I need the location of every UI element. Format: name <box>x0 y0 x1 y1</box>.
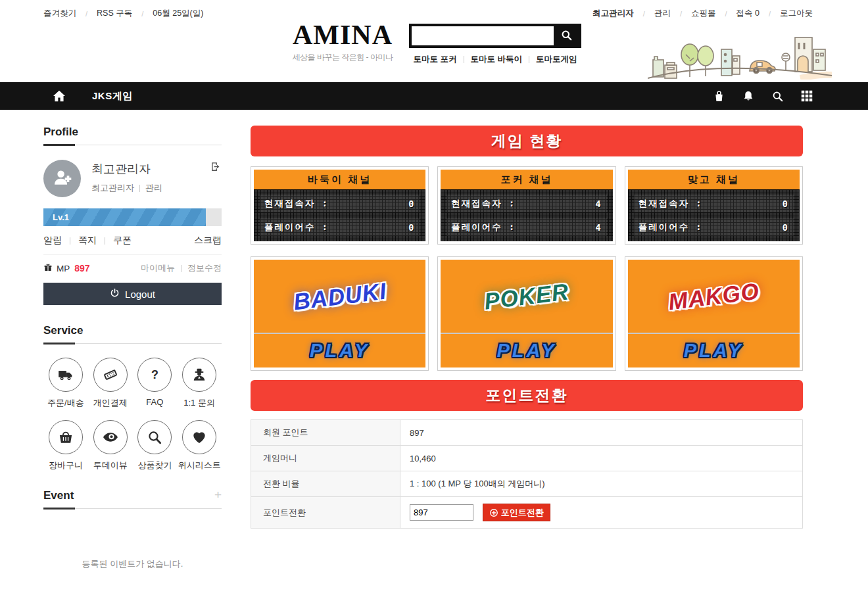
channel-status-row: 바둑이 채널 현재접속자 : 0 플레이어수 : 0 포커 채널 <box>251 166 803 245</box>
divider <box>464 56 464 63</box>
play-button[interactable]: PLAY <box>496 340 556 362</box>
favorites-link[interactable]: 즐겨찾기 <box>43 8 76 19</box>
mp-points-row: MP 897 마이메뉴 정보수정 <box>43 255 222 283</box>
service-item-product-search[interactable]: 상품찾기 <box>133 420 178 471</box>
question-icon: ? <box>137 358 172 392</box>
avatar[interactable] <box>43 160 81 197</box>
scrap-link[interactable]: 스크랩 <box>194 235 222 247</box>
game-play-area: PLAY <box>628 334 800 367</box>
play-button[interactable]: PLAY <box>684 340 744 362</box>
logout-button-label: Logout <box>125 289 155 300</box>
game-logo-area[interactable]: POKER <box>441 260 612 334</box>
service-item-today-view[interactable]: 투데이뷰 <box>88 420 133 471</box>
search-button[interactable] <box>554 26 579 45</box>
rss-link[interactable]: RSS 구독 <box>97 8 132 19</box>
play-button[interactable]: PLAY <box>310 340 370 362</box>
point-exchange-banner: 포인트전환 <box>251 380 803 411</box>
makgo-logo: MAKGO <box>667 277 761 315</box>
shop-link[interactable]: 쇼핑몰 <box>691 8 716 19</box>
site-logo[interactable]: AMINA <box>286 20 399 49</box>
my-menu-link[interactable]: 마이메뉴 <box>141 262 175 274</box>
service-grid: 주문/배송 개인결제 ? FAQ <box>43 358 222 471</box>
point-exchange-button[interactable]: 포인트전환 <box>483 504 550 521</box>
service-item-label: 개인결제 <box>93 397 128 409</box>
admin-link[interactable]: 관리 <box>654 8 671 19</box>
tomato-game-link[interactable]: 토마토게임 <box>536 54 577 65</box>
service-item-faq[interactable]: ? FAQ <box>133 358 178 409</box>
game-card-baduki: BADUKI PLAY <box>251 256 429 371</box>
game-logo-area[interactable]: MAKGO <box>628 260 800 334</box>
username-link[interactable]: 최고관리자 <box>592 8 634 19</box>
search-input[interactable] <box>412 26 554 45</box>
table-row: 포인트전환 포인트전환 <box>251 497 803 529</box>
event-expand-button[interactable]: + <box>214 489 222 501</box>
divider <box>529 56 529 63</box>
home-icon[interactable] <box>53 90 66 102</box>
event-section-heading: Event + <box>43 489 222 509</box>
level-label: Lv.1 <box>43 212 69 222</box>
coupons-link[interactable]: 쿠폰 <box>113 235 132 247</box>
topbar-left: 즐겨찾기 / RSS 구독 / 06월 25일(일) <box>43 8 203 19</box>
status-label: 현재접속자 : <box>264 198 329 210</box>
site-tagline: 세상을 바꾸는 작은힘 - 아미나 <box>286 52 399 63</box>
service-item-personal-payment[interactable]: 개인결제 <box>88 358 133 409</box>
separator: / <box>769 10 771 18</box>
tomato-baduki-link[interactable]: 토마토 바둑이 <box>471 54 522 65</box>
status-value: 0 <box>783 222 789 233</box>
separator: / <box>680 10 682 18</box>
point-exchange-input[interactable] <box>410 504 473 521</box>
search-icon[interactable] <box>771 90 784 103</box>
channel-header: 포커 채널 <box>441 170 612 189</box>
search-icon <box>137 420 172 454</box>
heart-icon <box>182 420 216 454</box>
search-block: 토마토 포커 토마토 바둑이 토마토게임 <box>409 24 581 65</box>
service-item-cart[interactable]: 장바구니 <box>43 420 88 471</box>
service-item-inquiry[interactable]: 1:1 문의 <box>177 358 222 409</box>
logout-button[interactable]: Logout <box>43 283 222 305</box>
sign-out-icon[interactable] <box>210 161 222 175</box>
messages-link[interactable]: 쪽지 <box>78 235 97 247</box>
connected-count-link[interactable]: 접속 0 <box>736 8 760 19</box>
level-progress-bar: Lv.1 <box>43 208 222 226</box>
profile-heading-label: Profile <box>43 126 78 138</box>
separator: / <box>85 10 87 18</box>
game-logo-area[interactable]: BADUKI <box>254 260 425 334</box>
alerts-link[interactable]: 알림 <box>43 235 62 247</box>
channel-status-panel: 현재접속자 : 4 플레이어수 : 4 <box>441 189 612 241</box>
nav-menu-jks-game[interactable]: JKS게임 <box>92 90 133 103</box>
profile-box: 최고관리자 최고관리자 관리 <box>43 160 222 197</box>
profile-role: 최고관리자 <box>91 182 134 194</box>
current-date: 06월 25일(일) <box>153 8 203 19</box>
basket-icon <box>49 420 83 454</box>
topbar-right: 최고관리자 / 관리 / 쇼핑몰 / 접속 0 / 로그아웃 <box>592 8 813 19</box>
point-exchange-button-label: 포인트전환 <box>501 507 544 519</box>
shopping-bag-icon[interactable] <box>713 89 725 103</box>
grid-menu-icon[interactable] <box>801 90 813 102</box>
edit-info-link[interactable]: 정보수정 <box>187 262 222 274</box>
bell-icon[interactable] <box>742 89 754 103</box>
status-label: 플레이어수 : <box>639 222 703 233</box>
game-play-area: PLAY <box>441 334 612 367</box>
status-value: 4 <box>596 199 602 209</box>
service-item-orders[interactable]: 주문/배송 <box>43 358 88 409</box>
profile-admin-tag[interactable]: 관리 <box>145 182 162 194</box>
status-row: 현재접속자 : 0 <box>634 195 794 212</box>
service-item-label: 1:1 문의 <box>183 397 215 409</box>
power-icon <box>110 288 120 300</box>
service-heading-label: Service <box>43 324 84 337</box>
status-value: 0 <box>408 199 415 209</box>
event-empty-message: 등록된 이벤트가 없습니다. <box>43 558 222 570</box>
navbar-icons <box>713 89 813 103</box>
sidebar: Profile 최고관리자 최고관리자 관리 <box>43 126 222 616</box>
divider <box>70 237 70 245</box>
point-exchange-title: 포인트전환 <box>486 385 568 406</box>
profile-info: 최고관리자 최고관리자 관리 <box>91 160 162 194</box>
profile-quick-links: 알림 쪽지 쿠폰 스크랩 <box>43 235 222 255</box>
member-points-value: 897 <box>400 420 803 446</box>
row-label: 전환 비율 <box>251 471 400 497</box>
service-item-wishlist[interactable]: 위시리스트 <box>177 420 222 471</box>
separator: / <box>725 10 727 18</box>
status-label: 플레이어수 : <box>451 222 516 233</box>
tomato-poker-link[interactable]: 토마토 포커 <box>414 54 457 65</box>
logout-link[interactable]: 로그아웃 <box>780 8 813 19</box>
